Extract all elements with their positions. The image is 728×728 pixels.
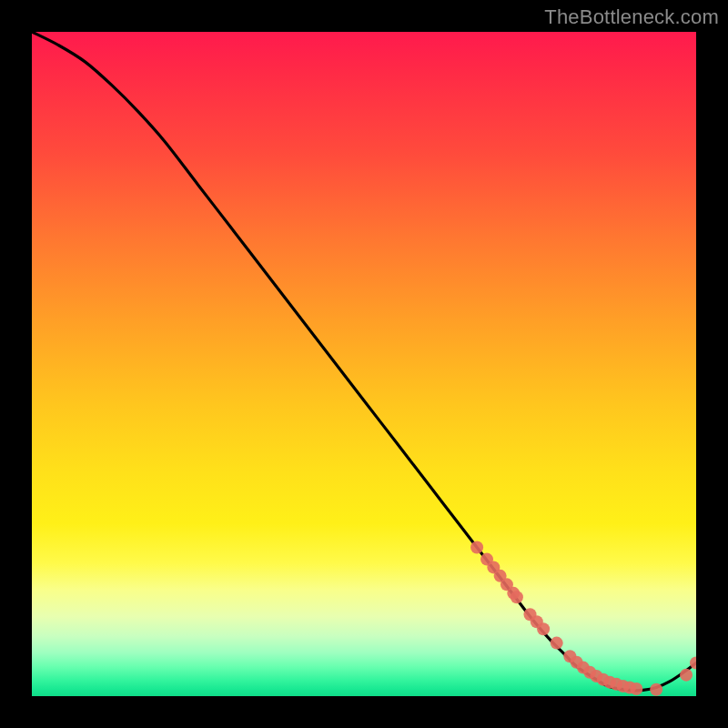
data-marker <box>537 622 550 635</box>
data-marker <box>470 541 483 553</box>
watermark-text: TheBottleneck.com <box>544 5 719 29</box>
chart-svg <box>32 32 696 696</box>
chart-stage: TheBottleneck.com <box>0 0 728 728</box>
data-marker <box>650 683 662 696</box>
plot-area <box>32 32 696 696</box>
data-marker <box>630 682 642 695</box>
bottleneck-curve <box>32 32 696 691</box>
data-marker <box>511 591 523 603</box>
data-marker <box>680 669 693 682</box>
data-markers <box>470 541 696 695</box>
data-marker <box>551 637 563 650</box>
